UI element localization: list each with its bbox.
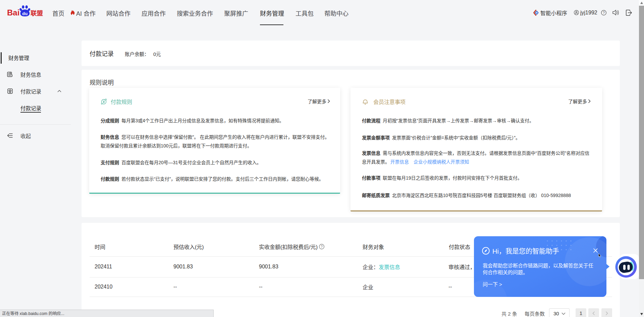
svg-text:du: du: [22, 11, 28, 16]
svg-text:?: ?: [321, 245, 323, 249]
svg-text:?: ?: [603, 11, 605, 15]
